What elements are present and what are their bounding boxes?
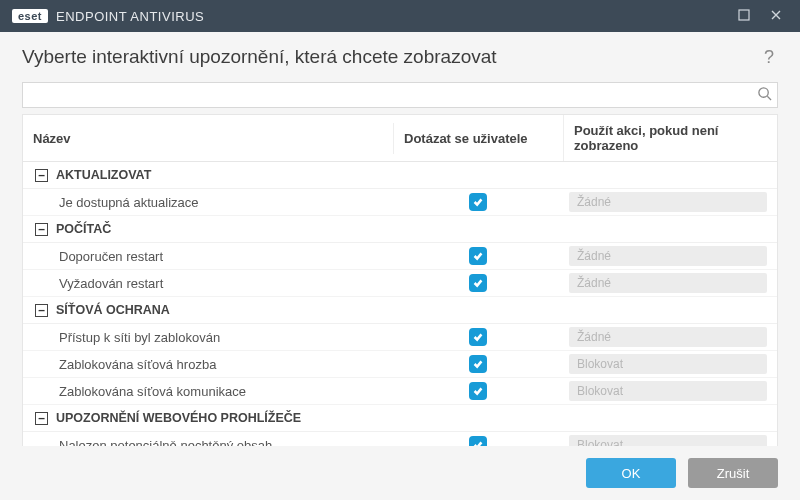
- search-icon: [757, 86, 772, 104]
- table-row[interactable]: Je dostupná aktualizaceŽádné: [23, 189, 777, 216]
- row-action-cell: Žádné: [563, 270, 777, 296]
- action-value[interactable]: Blokovat: [569, 354, 767, 374]
- product-name: ENDPOINT ANTIVIRUS: [56, 9, 204, 24]
- row-action-cell: Žádné: [563, 189, 777, 215]
- search-input[interactable]: [22, 82, 778, 108]
- row-ask-cell: [393, 271, 563, 295]
- row-action-cell: Žádné: [563, 324, 777, 350]
- help-icon: ?: [764, 47, 774, 67]
- row-name: Vyžadován restart: [23, 271, 393, 296]
- col-name[interactable]: Název: [23, 123, 393, 154]
- footer: OK Zrušit: [0, 446, 800, 500]
- minimize-icon: [738, 9, 750, 24]
- ask-checkbox[interactable]: [469, 193, 487, 211]
- ask-checkbox[interactable]: [469, 355, 487, 373]
- group-label: AKTUALIZOVAT: [56, 168, 151, 182]
- minimize-button[interactable]: [728, 0, 760, 32]
- search-button[interactable]: [757, 86, 772, 104]
- table-row[interactable]: Doporučen restartŽádné: [23, 243, 777, 270]
- row-action-cell: Blokovat: [563, 351, 777, 377]
- table-row[interactable]: Zablokována síťová hrozbaBlokovat: [23, 351, 777, 378]
- action-value[interactable]: Žádné: [569, 246, 767, 266]
- row-name: Zablokována síťová hrozba: [23, 352, 393, 377]
- group-label: UPOZORNĚNÍ WEBOVÉHO PROHLÍŽEČE: [56, 411, 301, 425]
- collapse-icon[interactable]: –: [35, 412, 48, 425]
- titlebar: eset ENDPOINT ANTIVIRUS: [0, 0, 800, 32]
- table-row[interactable]: Zablokována síťová komunikaceBlokovat: [23, 378, 777, 405]
- ask-checkbox[interactable]: [469, 274, 487, 292]
- row-ask-cell: [393, 190, 563, 214]
- col-ask[interactable]: Dotázat se uživatele: [393, 123, 563, 154]
- table-row[interactable]: Přístup k síti byl zablokovánŽádné: [23, 324, 777, 351]
- row-action-cell: Blokovat: [563, 378, 777, 404]
- row-ask-cell: [393, 352, 563, 376]
- ask-checkbox[interactable]: [469, 328, 487, 346]
- group-header[interactable]: –UPOZORNĚNÍ WEBOVÉHO PROHLÍŽEČE: [23, 405, 777, 432]
- row-name: Zablokována síťová komunikace: [23, 379, 393, 404]
- action-value[interactable]: Žádné: [569, 273, 767, 293]
- action-value[interactable]: Žádné: [569, 327, 767, 347]
- row-action-cell: Žádné: [563, 243, 777, 269]
- action-value[interactable]: Žádné: [569, 192, 767, 212]
- collapse-icon[interactable]: –: [35, 223, 48, 236]
- group-label: SÍŤOVÁ OCHRANA: [56, 303, 170, 317]
- page-title: Vyberte interaktivní upozornění, která c…: [22, 46, 760, 68]
- table-header: Název Dotázat se uživatele Použít akci, …: [23, 115, 777, 162]
- row-ask-cell: [393, 325, 563, 349]
- collapse-icon[interactable]: –: [35, 304, 48, 317]
- ok-button[interactable]: OK: [586, 458, 676, 488]
- row-name: Doporučen restart: [23, 244, 393, 269]
- svg-rect-0: [739, 10, 749, 20]
- group-header[interactable]: –AKTUALIZOVAT: [23, 162, 777, 189]
- row-name: Je dostupná aktualizace: [23, 190, 393, 215]
- row-ask-cell: [393, 244, 563, 268]
- brand: eset ENDPOINT ANTIVIRUS: [12, 9, 204, 24]
- search-row: [22, 82, 778, 108]
- table-row[interactable]: Vyžadován restartŽádné: [23, 270, 777, 297]
- row-ask-cell: [393, 379, 563, 403]
- action-value[interactable]: Blokovat: [569, 381, 767, 401]
- help-button[interactable]: ?: [760, 47, 778, 68]
- table-body[interactable]: –AKTUALIZOVATJe dostupná aktualizaceŽádn…: [23, 162, 777, 460]
- group-header[interactable]: –SÍŤOVÁ OCHRANA: [23, 297, 777, 324]
- col-action[interactable]: Použít akci, pokud není zobrazeno: [563, 115, 777, 161]
- group-header[interactable]: –POČÍTAČ: [23, 216, 777, 243]
- brand-badge: eset: [12, 9, 48, 23]
- close-button[interactable]: [760, 0, 792, 32]
- collapse-icon[interactable]: –: [35, 169, 48, 182]
- group-label: POČÍTAČ: [56, 222, 111, 236]
- ask-checkbox[interactable]: [469, 382, 487, 400]
- notifications-table: Název Dotázat se uživatele Použít akci, …: [22, 114, 778, 471]
- header: Vyberte interaktivní upozornění, která c…: [0, 32, 800, 78]
- ask-checkbox[interactable]: [469, 247, 487, 265]
- row-name: Přístup k síti byl zablokován: [23, 325, 393, 350]
- cancel-button[interactable]: Zrušit: [688, 458, 778, 488]
- svg-point-1: [759, 88, 768, 97]
- close-icon: [770, 9, 782, 24]
